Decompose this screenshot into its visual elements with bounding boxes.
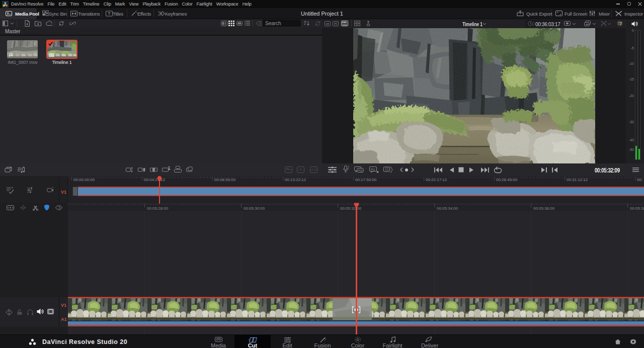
svg-text:PQ: PQ — [371, 168, 375, 171]
svg-text:PQ: PQ — [358, 169, 363, 172]
svg-text:2: 2 — [34, 42, 36, 45]
